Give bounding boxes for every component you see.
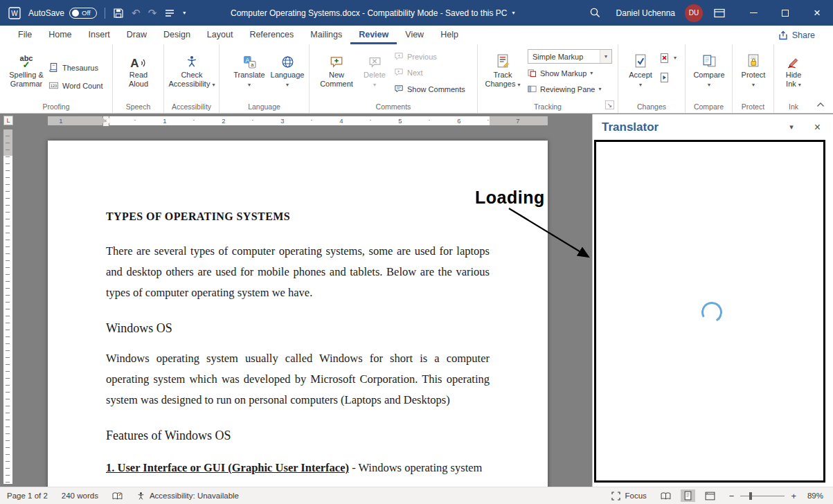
reviewing-pane-chevron-icon: ▾ (599, 87, 602, 92)
tab-review[interactable]: Review (350, 26, 397, 44)
document-title-area[interactable]: Computer Operating Systems.docx - Compat… (231, 0, 515, 26)
translate-icon: Aa (243, 55, 256, 69)
svg-text:W: W (11, 10, 18, 17)
quick-access-toolbar-icon[interactable] (164, 8, 175, 18)
show-comments-button[interactable]: Show Comments (394, 84, 465, 93)
check-accessibility-button[interactable]: Check Accessibility ▾ (166, 46, 217, 89)
ruler-tick: · (428, 116, 430, 124)
new-comment-button[interactable]: New Comment (316, 46, 357, 89)
tab-references[interactable]: References (241, 26, 302, 44)
previous-change-button[interactable] (660, 73, 670, 82)
search-icon[interactable] (589, 7, 601, 19)
pane-close-icon[interactable]: × (814, 122, 821, 133)
accept-label: Accept (629, 71, 652, 80)
zoom-in-button[interactable]: + (791, 491, 796, 501)
share-button[interactable]: Share (778, 30, 815, 40)
track-changes-button[interactable]: Track Changes ▾ (483, 46, 522, 89)
accessibility-status[interactable]: Accessibility: Unavailable (136, 492, 239, 501)
doc-paragraph-windows[interactable]: Windows operating system usually called … (106, 348, 490, 411)
autosave-toggle[interactable]: Off (69, 8, 97, 19)
language-button[interactable]: Language ▾ (269, 46, 305, 89)
zoom-slider-track (740, 496, 785, 496)
word-count-indicator[interactable]: 240 words (62, 492, 98, 500)
group-ink: Hide Ink ▾ Ink (774, 44, 813, 113)
read-aloud-button[interactable]: A Read Aloud (125, 46, 152, 89)
delete-comment-button[interactable]: Delete ▾ (359, 46, 390, 89)
proofing-status-button[interactable] (112, 492, 123, 501)
tab-help[interactable]: Help (432, 26, 467, 44)
zoom-level[interactable]: 89% (803, 492, 823, 500)
toggle-knob (72, 10, 79, 17)
title-chevron-icon: ▾ (512, 10, 515, 16)
minimize-button[interactable] (737, 0, 769, 26)
read-mode-button[interactable] (658, 490, 674, 502)
previous-comment-button[interactable]: Previous (394, 52, 437, 61)
horizontal-ruler[interactable]: 1 1 2 3 4 5 6 7 · · · · · · · (48, 116, 548, 126)
maximize-button[interactable] (769, 0, 801, 26)
accept-button[interactable]: Accept ▾ (624, 46, 657, 89)
zoom-slider[interactable] (740, 492, 785, 500)
close-button[interactable]: × (801, 0, 833, 26)
pane-options-chevron-icon[interactable]: ▾ (789, 123, 794, 132)
ribbon-display-options-icon[interactable] (714, 8, 725, 18)
tab-home[interactable]: Home (40, 26, 80, 44)
doc-heading-features[interactable]: Features of Windows OS (106, 429, 490, 443)
compare-button[interactable]: Compare ▾ (692, 46, 726, 89)
translator-pane-header: Translator ▾ × (593, 114, 833, 140)
quick-access-chevron-icon[interactable]: ▾ (183, 10, 186, 16)
avatar[interactable]: DU (685, 4, 703, 22)
redo-button[interactable]: ↷ (148, 8, 157, 18)
page-content: TYPES OF OPERATING SYSTEMS There are sev… (48, 141, 548, 487)
page-indicator[interactable]: Page 1 of 2 (7, 492, 48, 500)
save-button[interactable] (113, 8, 124, 19)
tab-insert[interactable]: Insert (80, 26, 118, 44)
maximize-icon (782, 10, 789, 17)
status-bar: Page 1 of 2 240 words Accessibility: Una… (0, 487, 833, 504)
tab-design[interactable]: Design (155, 26, 199, 44)
doc-heading-types[interactable]: TYPES OF OPERATING SYSTEMS (106, 210, 490, 223)
tab-mailings[interactable]: Mailings (302, 26, 350, 44)
translate-button[interactable]: Aa Translate ▾ (231, 46, 267, 89)
show-comments-label: Show Comments (407, 85, 465, 93)
ruler-number: 3 (280, 117, 284, 125)
undo-button[interactable]: ↶ (132, 8, 141, 18)
collapse-ribbon-button[interactable] (816, 102, 825, 107)
doc-paragraph-intro[interactable]: There are several types of computer oper… (106, 241, 490, 303)
read-aloud-icon: A (130, 57, 146, 69)
tab-layout[interactable]: Layout (199, 26, 242, 44)
spelling-grammar-button[interactable]: abc✓ Spelling & Grammar (6, 46, 46, 89)
close-icon: × (814, 7, 821, 19)
document-page[interactable]: TYPES OF OPERATING SYSTEMS There are sev… (48, 141, 548, 487)
web-layout-button[interactable] (702, 490, 718, 502)
delete-comment-label: Delete (364, 71, 386, 80)
protect-group-label: Protect (733, 102, 773, 111)
protect-button[interactable]: Protect ▾ (737, 46, 769, 89)
word-count-button[interactable]: 123 Word Count (48, 80, 103, 91)
print-layout-button[interactable] (681, 489, 695, 502)
hide-ink-button[interactable]: Hide Ink ▾ (780, 46, 807, 89)
markup-select[interactable]: Simple Markup ▾ (528, 49, 612, 64)
tab-draw[interactable]: Draw (118, 26, 155, 44)
next-comment-button[interactable]: Next (394, 68, 423, 77)
ruler-number: 1 (59, 117, 62, 125)
doc-paragraph-feature1[interactable]: 1. User Interface or GUI (Graphic User I… (106, 458, 490, 478)
read-aloud-label: Read Aloud (125, 71, 152, 89)
share-label: Share (792, 30, 815, 40)
ribbon-tabs: File Home Insert Draw Design Layout Refe… (0, 26, 467, 44)
doc-heading-windows-os[interactable]: Windows OS (106, 321, 490, 336)
user-name[interactable]: Daniel Uchenna (616, 8, 675, 18)
loading-spinner (699, 300, 725, 325)
focus-mode-button[interactable]: Focus (611, 492, 646, 501)
check-accessibility-chevron-icon: ▾ (212, 82, 215, 88)
zoom-out-button[interactable]: − (729, 491, 735, 501)
zoom-slider-thumb[interactable] (749, 492, 752, 500)
tab-view[interactable]: View (397, 26, 432, 44)
show-markup-button[interactable]: Show Markup ▾ (528, 69, 593, 78)
reviewing-pane-button[interactable]: Reviewing Pane ▾ (528, 84, 602, 93)
thesaurus-button[interactable]: Thesaurus (48, 62, 98, 73)
tab-selector[interactable]: L (3, 116, 13, 125)
tab-file[interactable]: File (10, 26, 40, 44)
language-chevron-icon: ▾ (286, 80, 289, 89)
reject-button[interactable]: ▾ (660, 53, 677, 63)
vertical-ruler[interactable] (3, 129, 12, 484)
